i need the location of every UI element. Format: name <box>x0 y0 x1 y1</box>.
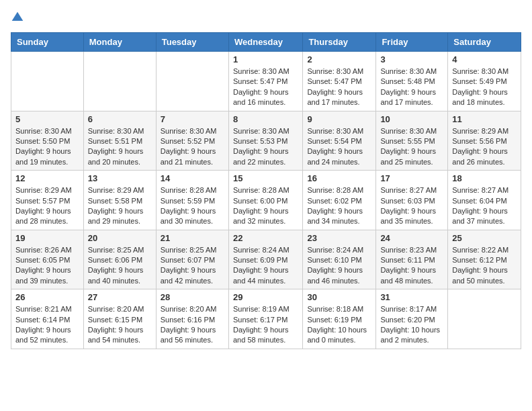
day-info: Sunrise: 8:24 AMSunset: 6:09 PMDaylight:… <box>233 245 298 287</box>
day-info: Sunrise: 8:29 AMSunset: 5:58 PMDaylight:… <box>88 185 152 227</box>
day-info: Sunrise: 8:25 AMSunset: 6:07 PMDaylight:… <box>161 245 224 287</box>
day-number: 26 <box>15 292 79 302</box>
svg-marker-0 <box>12 12 24 21</box>
weekday-header-row: SundayMondayTuesdayWednesdayThursdayFrid… <box>11 33 521 52</box>
logo <box>11 11 27 24</box>
day-number: 23 <box>307 233 371 243</box>
day-cell: 15Sunrise: 8:28 AMSunset: 6:00 PMDayligh… <box>228 171 302 230</box>
day-cell: 27Sunrise: 8:20 AMSunset: 6:15 PMDayligh… <box>83 289 156 349</box>
day-number: 2 <box>307 54 371 64</box>
day-cell: 18Sunrise: 8:27 AMSunset: 6:04 PMDayligh… <box>448 171 521 230</box>
day-cell: 8Sunrise: 8:30 AMSunset: 5:53 PMDaylight… <box>228 111 302 171</box>
day-info: Sunrise: 8:30 AMSunset: 5:55 PMDaylight:… <box>380 126 443 168</box>
day-number: 3 <box>380 54 443 64</box>
day-cell <box>11 52 84 111</box>
day-number: 11 <box>452 114 517 124</box>
day-cell: 23Sunrise: 8:24 AMSunset: 6:10 PMDayligh… <box>303 230 376 289</box>
day-info: Sunrise: 8:25 AMSunset: 6:06 PMDaylight:… <box>88 245 152 287</box>
day-cell: 19Sunrise: 8:26 AMSunset: 6:05 PMDayligh… <box>11 230 84 289</box>
day-number: 12 <box>15 173 79 183</box>
day-cell: 20Sunrise: 8:25 AMSunset: 6:06 PMDayligh… <box>83 230 156 289</box>
day-cell: 9Sunrise: 8:30 AMSunset: 5:54 PMDaylight… <box>303 111 376 171</box>
day-info: Sunrise: 8:18 AMSunset: 6:19 PMDaylight:… <box>307 304 371 346</box>
day-number: 6 <box>88 114 152 124</box>
day-info: Sunrise: 8:30 AMSunset: 5:47 PMDaylight:… <box>233 66 298 108</box>
day-number: 31 <box>380 292 443 302</box>
day-number: 27 <box>88 292 152 302</box>
day-cell: 25Sunrise: 8:22 AMSunset: 6:12 PMDayligh… <box>448 230 521 289</box>
day-number: 30 <box>307 292 371 302</box>
week-row-2: 5Sunrise: 8:30 AMSunset: 5:50 PMDaylight… <box>11 111 521 171</box>
day-number: 18 <box>452 173 517 183</box>
day-info: Sunrise: 8:29 AMSunset: 5:57 PMDaylight:… <box>15 185 79 227</box>
weekday-header-thursday: Thursday <box>303 33 376 52</box>
day-cell: 31Sunrise: 8:17 AMSunset: 6:20 PMDayligh… <box>376 289 448 349</box>
day-number: 22 <box>233 233 298 243</box>
day-cell: 14Sunrise: 8:28 AMSunset: 5:59 PMDayligh… <box>156 171 228 230</box>
day-info: Sunrise: 8:30 AMSunset: 5:53 PMDaylight:… <box>233 126 298 168</box>
day-cell: 16Sunrise: 8:28 AMSunset: 6:02 PMDayligh… <box>303 171 376 230</box>
day-cell: 11Sunrise: 8:29 AMSunset: 5:56 PMDayligh… <box>448 111 521 171</box>
day-number: 5 <box>15 114 79 124</box>
day-number: 24 <box>380 233 443 243</box>
day-cell: 1Sunrise: 8:30 AMSunset: 5:47 PMDaylight… <box>228 52 302 111</box>
weekday-header-friday: Friday <box>376 33 448 52</box>
day-info: Sunrise: 8:23 AMSunset: 6:11 PMDaylight:… <box>380 245 443 287</box>
day-number: 20 <box>88 233 152 243</box>
day-number: 13 <box>88 173 152 183</box>
day-info: Sunrise: 8:30 AMSunset: 5:54 PMDaylight:… <box>307 126 371 168</box>
day-cell: 12Sunrise: 8:29 AMSunset: 5:57 PMDayligh… <box>11 171 84 230</box>
day-info: Sunrise: 8:20 AMSunset: 6:15 PMDaylight:… <box>88 304 152 346</box>
day-cell <box>156 52 228 111</box>
week-row-3: 12Sunrise: 8:29 AMSunset: 5:57 PMDayligh… <box>11 171 521 230</box>
day-cell: 6Sunrise: 8:30 AMSunset: 5:51 PMDaylight… <box>83 111 156 171</box>
day-number: 8 <box>233 114 298 124</box>
day-cell: 4Sunrise: 8:30 AMSunset: 5:49 PMDaylight… <box>448 52 521 111</box>
week-row-1: 1Sunrise: 8:30 AMSunset: 5:47 PMDaylight… <box>11 52 521 111</box>
day-cell: 13Sunrise: 8:29 AMSunset: 5:58 PMDayligh… <box>83 171 156 230</box>
day-cell: 5Sunrise: 8:30 AMSunset: 5:50 PMDaylight… <box>11 111 84 171</box>
day-number: 28 <box>161 292 224 302</box>
day-number: 15 <box>233 173 298 183</box>
day-info: Sunrise: 8:28 AMSunset: 6:02 PMDaylight:… <box>307 185 371 227</box>
day-cell: 30Sunrise: 8:18 AMSunset: 6:19 PMDayligh… <box>303 289 376 349</box>
day-number: 9 <box>307 114 371 124</box>
day-cell: 17Sunrise: 8:27 AMSunset: 6:03 PMDayligh… <box>376 171 448 230</box>
weekday-header-sunday: Sunday <box>11 33 84 52</box>
day-info: Sunrise: 8:22 AMSunset: 6:12 PMDaylight:… <box>452 245 517 287</box>
day-info: Sunrise: 8:24 AMSunset: 6:10 PMDaylight:… <box>307 245 371 287</box>
weekday-header-monday: Monday <box>83 33 156 52</box>
day-info: Sunrise: 8:26 AMSunset: 6:05 PMDaylight:… <box>15 245 79 287</box>
day-number: 7 <box>161 114 224 124</box>
day-cell: 3Sunrise: 8:30 AMSunset: 5:48 PMDaylight… <box>376 52 448 111</box>
day-number: 29 <box>233 292 298 302</box>
day-cell: 26Sunrise: 8:21 AMSunset: 6:14 PMDayligh… <box>11 289 84 349</box>
day-info: Sunrise: 8:30 AMSunset: 5:52 PMDaylight:… <box>161 126 224 168</box>
day-cell: 22Sunrise: 8:24 AMSunset: 6:09 PMDayligh… <box>228 230 302 289</box>
week-row-5: 26Sunrise: 8:21 AMSunset: 6:14 PMDayligh… <box>11 289 521 349</box>
day-info: Sunrise: 8:27 AMSunset: 6:04 PMDaylight:… <box>452 185 517 227</box>
day-number: 10 <box>380 114 443 124</box>
page-header <box>11 11 521 24</box>
day-info: Sunrise: 8:17 AMSunset: 6:20 PMDaylight:… <box>380 304 443 346</box>
day-cell: 2Sunrise: 8:30 AMSunset: 5:47 PMDaylight… <box>303 52 376 111</box>
day-number: 1 <box>233 54 298 64</box>
day-cell: 10Sunrise: 8:30 AMSunset: 5:55 PMDayligh… <box>376 111 448 171</box>
day-info: Sunrise: 8:30 AMSunset: 5:48 PMDaylight:… <box>380 66 443 108</box>
day-cell <box>448 289 521 349</box>
weekday-header-saturday: Saturday <box>448 33 521 52</box>
weekday-header-tuesday: Tuesday <box>156 33 228 52</box>
day-number: 16 <box>307 173 371 183</box>
day-cell: 28Sunrise: 8:20 AMSunset: 6:16 PMDayligh… <box>156 289 228 349</box>
day-number: 25 <box>452 233 517 243</box>
day-info: Sunrise: 8:20 AMSunset: 6:16 PMDaylight:… <box>161 304 224 346</box>
day-info: Sunrise: 8:30 AMSunset: 5:47 PMDaylight:… <box>307 66 371 108</box>
logo-icon <box>11 11 24 24</box>
day-cell: 24Sunrise: 8:23 AMSunset: 6:11 PMDayligh… <box>376 230 448 289</box>
day-info: Sunrise: 8:21 AMSunset: 6:14 PMDaylight:… <box>15 304 79 346</box>
day-number: 4 <box>452 54 517 64</box>
day-cell: 7Sunrise: 8:30 AMSunset: 5:52 PMDaylight… <box>156 111 228 171</box>
day-number: 21 <box>161 233 224 243</box>
weekday-header-wednesday: Wednesday <box>228 33 302 52</box>
day-info: Sunrise: 8:30 AMSunset: 5:49 PMDaylight:… <box>452 66 517 108</box>
